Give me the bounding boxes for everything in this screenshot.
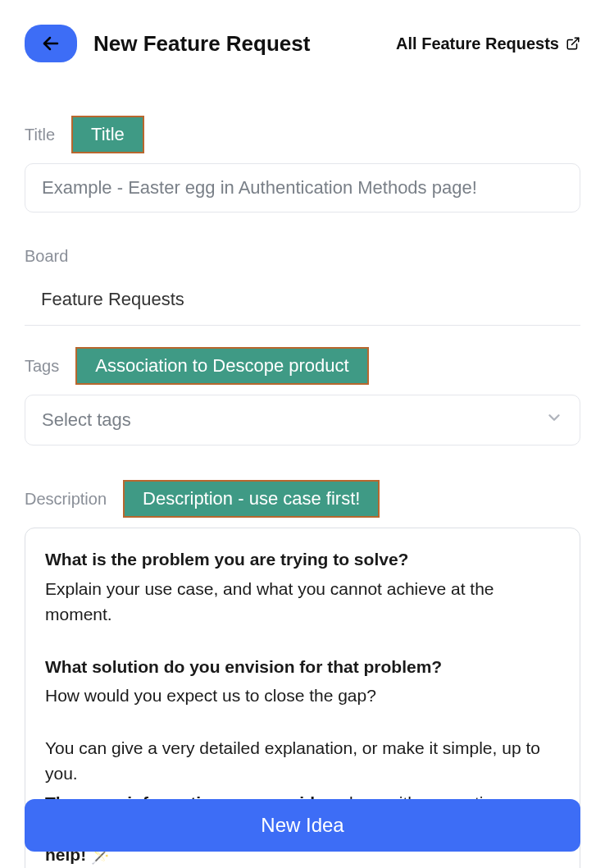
header-left: New Feature Request — [25, 25, 310, 62]
page-title: New Feature Request — [93, 31, 310, 57]
desc-a2: How would you expect us to close the gap… — [45, 683, 560, 709]
description-callout: Description - use case first! — [123, 480, 380, 518]
board-field-group: Board Feature Requests — [25, 247, 580, 326]
header: New Feature Request All Feature Requests — [25, 25, 580, 62]
desc-q2: What solution do you envision for that p… — [45, 654, 560, 680]
arrow-left-icon — [41, 34, 61, 53]
desc-q1: What is the problem you are trying to so… — [45, 546, 560, 573]
all-link-label: All Feature Requests — [396, 34, 559, 53]
desc-detail1: You can give a very detailed explanation… — [45, 735, 560, 787]
desc-a1: Explain your use case, and what you cann… — [45, 576, 560, 628]
title-callout: Title — [71, 116, 144, 153]
title-input[interactable] — [25, 163, 580, 212]
external-link-icon — [566, 36, 580, 51]
tags-field-group: Tags Association to Descope product Sele… — [25, 347, 580, 445]
title-label: Title — [25, 126, 55, 144]
board-value[interactable]: Feature Requests — [25, 276, 580, 326]
svg-line-1 — [572, 38, 579, 44]
description-label: Description — [25, 490, 107, 509]
tags-callout: Association to Descope product — [75, 347, 368, 385]
tags-label: Tags — [25, 357, 59, 376]
board-label: Board — [25, 247, 68, 266]
tags-placeholder: Select tags — [42, 409, 131, 431]
all-feature-requests-link[interactable]: All Feature Requests — [396, 34, 580, 53]
back-button[interactable] — [25, 25, 77, 62]
tags-select[interactable]: Select tags — [25, 395, 580, 445]
submit-label: New Idea — [261, 814, 343, 836]
title-field-group: Title Title — [25, 116, 580, 212]
chevron-down-icon — [545, 409, 563, 432]
new-idea-button[interactable]: New Idea — [25, 799, 580, 852]
